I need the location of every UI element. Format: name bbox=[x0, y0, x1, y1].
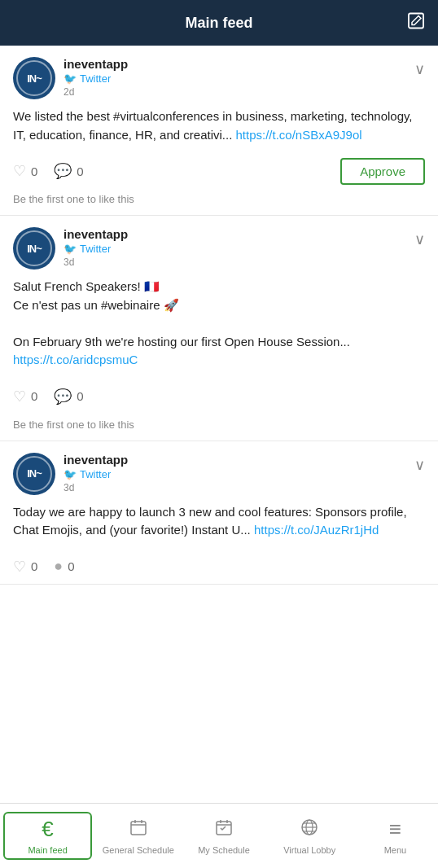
post-header: IN~ ineventapp 🐦 Twitter 3d ∨ bbox=[13, 453, 425, 495]
general-schedule-icon bbox=[129, 818, 148, 842]
post-user-info: IN~ ineventapp 🐦 Twitter 3d bbox=[13, 227, 128, 270]
social-label: 🐦 Twitter bbox=[64, 243, 128, 255]
avatar: IN~ bbox=[13, 453, 55, 495]
post-age: 2d bbox=[64, 86, 128, 98]
post-age: 3d bbox=[64, 256, 128, 268]
chevron-down-icon[interactable]: ∨ bbox=[414, 456, 425, 474]
edit-icon[interactable] bbox=[407, 12, 425, 34]
like-footer: Be the first one to like this bbox=[13, 188, 425, 215]
heart-icon: ♡ bbox=[13, 558, 26, 576]
like-action[interactable]: ♡ 0 bbox=[13, 162, 37, 180]
social-label: 🐦 Twitter bbox=[64, 72, 128, 85]
username: ineventapp bbox=[64, 227, 128, 241]
avatar: IN~ bbox=[13, 57, 55, 99]
post-card: IN~ ineventapp 🐦 Twitter 3d ∨ Today we a… bbox=[0, 441, 438, 585]
avatar: IN~ bbox=[13, 227, 55, 270]
post-actions: ♡ 0 💬 0 Approve bbox=[13, 154, 425, 188]
comment-action[interactable]: 💬 0 bbox=[54, 162, 83, 180]
post-user-info: IN~ ineventapp 🐦 Twitter 2d bbox=[13, 57, 128, 99]
nav-item-main-feed[interactable]: € Main feed bbox=[3, 812, 92, 860]
my-schedule-icon bbox=[214, 818, 234, 842]
post-body: We listed the best #virtualconferences i… bbox=[13, 107, 425, 144]
post-header: IN~ ineventapp 🐦 Twitter 3d ∨ bbox=[13, 227, 425, 270]
comment-icon: 💬 bbox=[54, 388, 72, 406]
nav-label-menu: Menu bbox=[384, 845, 407, 855]
nav-label-virtual-lobby: Virtual Lobby bbox=[283, 845, 335, 855]
nav-item-menu[interactable]: ≡ Menu bbox=[353, 810, 438, 861]
nav-item-virtual-lobby[interactable]: Virtual Lobby bbox=[267, 811, 353, 861]
username: ineventapp bbox=[64, 453, 128, 467]
post-link[interactable]: https://t.co/aridcpsmuC bbox=[13, 353, 138, 366]
virtual-lobby-icon bbox=[300, 818, 319, 842]
post-age: 3d bbox=[64, 482, 128, 493]
like-action[interactable]: ♡ 0 bbox=[13, 388, 37, 406]
post-card: IN~ ineventapp 🐦 Twitter 2d ∨ We listed … bbox=[0, 46, 438, 216]
post-body: Today we are happy to launch 3 new and c… bbox=[13, 503, 425, 540]
post-body: Salut French Speakers! 🇫🇷 Ce n'est pas u… bbox=[13, 278, 425, 370]
nav-item-my-schedule[interactable]: My Schedule bbox=[181, 811, 266, 861]
main-feed-icon: € bbox=[42, 817, 53, 842]
comment-icon: 💬 bbox=[54, 162, 72, 180]
header-title: Main feed bbox=[185, 15, 252, 32]
post-link[interactable]: https://t.co/nSBxA9J9ol bbox=[235, 128, 361, 142]
post-actions: ♡ 0 ● 0 bbox=[13, 550, 425, 584]
comment-action[interactable]: ● 0 bbox=[54, 558, 74, 575]
nav-label-general-schedule: General Schedule bbox=[103, 845, 174, 855]
nav-label-main-feed: Main feed bbox=[28, 845, 67, 855]
comment-action[interactable]: 💬 0 bbox=[54, 388, 83, 406]
twitter-icon: 🐦 bbox=[64, 468, 77, 480]
heart-icon: ♡ bbox=[13, 162, 26, 180]
svg-rect-1 bbox=[131, 822, 146, 835]
user-meta: ineventapp 🐦 Twitter 2d bbox=[64, 57, 128, 98]
post-user-info: IN~ ineventapp 🐦 Twitter 3d bbox=[13, 453, 128, 495]
twitter-icon: 🐦 bbox=[64, 72, 77, 85]
main-feed: IN~ ineventapp 🐦 Twitter 2d ∨ We listed … bbox=[0, 46, 438, 650]
comment-icon: ● bbox=[54, 558, 63, 575]
chevron-down-icon[interactable]: ∨ bbox=[414, 230, 425, 248]
post-actions: ♡ 0 💬 0 bbox=[13, 379, 425, 414]
bottom-nav: € Main feed General Schedule My Schedule bbox=[0, 803, 438, 868]
nav-label-my-schedule: My Schedule bbox=[198, 845, 250, 855]
nav-item-general-schedule[interactable]: General Schedule bbox=[95, 811, 181, 861]
username: ineventapp bbox=[64, 57, 128, 71]
approve-button[interactable]: Approve bbox=[340, 158, 425, 185]
post-card: IN~ ineventapp 🐦 Twitter 3d ∨ Salut Fren… bbox=[0, 216, 438, 441]
twitter-icon: 🐦 bbox=[64, 243, 77, 255]
post-header: IN~ ineventapp 🐦 Twitter 2d ∨ bbox=[13, 57, 425, 99]
like-footer: Be the first one to like this bbox=[13, 414, 425, 441]
user-meta: ineventapp 🐦 Twitter 3d bbox=[64, 227, 128, 268]
chevron-down-icon[interactable]: ∨ bbox=[414, 60, 425, 78]
user-meta: ineventapp 🐦 Twitter 3d bbox=[64, 453, 128, 493]
menu-icon: ≡ bbox=[389, 817, 401, 842]
like-action[interactable]: ♡ 0 bbox=[13, 558, 37, 576]
svg-rect-0 bbox=[409, 14, 423, 28]
app-header: Main feed bbox=[0, 0, 438, 46]
social-label: 🐦 Twitter bbox=[64, 468, 128, 480]
heart-icon: ♡ bbox=[13, 388, 26, 406]
post-link[interactable]: https://t.co/JAuzRr1jHd bbox=[254, 523, 379, 537]
